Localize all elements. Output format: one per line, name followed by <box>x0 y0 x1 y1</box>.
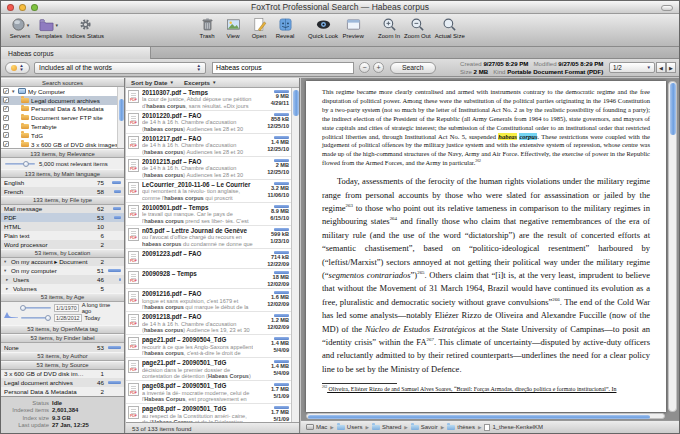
toolbar-button-zoom-out[interactable]: Zoom Out <box>402 16 433 39</box>
source-row-tdg[interactable]: ✓TdG <box>1 131 124 140</box>
source-row-document-server-ftp-site[interactable]: ✓Document server FTP site <box>1 113 124 122</box>
results-scrollbar[interactable] <box>291 88 299 422</box>
facet-row-english[interactable]: English75 <box>1 178 124 187</box>
result-item[interactable]: n05.pdf – Lettre Journal de Genèveou l'a… <box>126 226 291 249</box>
checkbox-checked[interactable]: ✓ <box>3 141 9 147</box>
toolbar-button-indices-status[interactable]: Indices Status <box>64 16 106 39</box>
facet-row-3-x-600-gb-of-dvd-disk-im[interactable]: 3 x 600 GB of DVD disk im…1 <box>1 370 124 379</box>
result-item[interactable]: 20090928 – Temps18 MB12/02/09 <box>126 269 291 289</box>
zoom-window-button[interactable] <box>31 4 38 11</box>
facet-row-on-my-account-document[interactable]: ▾On my account ▸ Document…2 <box>1 258 124 267</box>
title-bar[interactable]: FoxTrot Professional Search — Habeas cor… <box>1 1 679 14</box>
checkbox-checked[interactable]: ✓ <box>3 88 9 94</box>
minimize-window-button[interactable] <box>19 4 26 11</box>
facet-row-french[interactable]: French58 <box>1 187 124 196</box>
add-criterion-button[interactable]: + <box>373 62 384 73</box>
slider-thumb[interactable] <box>23 161 29 167</box>
source-row-legal-document-archives[interactable]: ✓Legal document archives <box>1 96 124 105</box>
result-item[interactable]: LeCourrier_2010-11-06 – Le Courrierqui r… <box>126 180 291 203</box>
age-slider[interactable] <box>21 317 51 319</box>
disclosure-triangle-icon[interactable]: ▾ <box>4 268 9 273</box>
facet-row-none[interactable]: None53 <box>1 343 124 352</box>
result-item[interactable]: 20101220.pdf – FAOde 14 h à 16 h. Chambr… <box>126 111 291 134</box>
disclosure-triangle-icon[interactable]: ▾ <box>4 259 9 264</box>
path-item-users[interactable]: Users <box>337 424 363 430</box>
checkbox-checked[interactable]: ✓ <box>3 124 9 130</box>
result-item[interactable]: page21.pdf – 20090504_TdGrecourir à ce q… <box>126 335 291 358</box>
source-row-terrabyte[interactable]: ✓Terrabyte <box>1 122 124 131</box>
result-item[interactable]: 20091216.pdf – FAOlongue et sans expulsi… <box>126 289 291 312</box>
facet-row-on-my-computer[interactable]: ▾On my computer51 <box>1 266 124 275</box>
toolbar-button-templates[interactable]: ▾Templates <box>33 16 64 39</box>
facet-row-plain-text[interactable]: Plain text6 <box>1 231 124 240</box>
facet-row-pdf[interactable]: PDF53 <box>1 213 124 222</box>
relevance-slider[interactable] <box>5 163 35 165</box>
search-input[interactable] <box>212 62 354 74</box>
checkbox-checked[interactable]: ✓ <box>3 106 9 112</box>
checkbox-checked[interactable]: ✓ <box>3 97 9 103</box>
source-tree-scrollbar[interactable] <box>117 87 124 148</box>
path-item-mac[interactable]: Mac <box>306 424 327 430</box>
slider-thumb[interactable] <box>20 305 26 311</box>
source-row-personal-data-metadata[interactable]: ✓Personal Data & Metadata <box>1 105 124 114</box>
disclosure-triangle-icon[interactable]: ▸ <box>6 277 11 282</box>
next-page-button[interactable]: ▶ <box>666 62 676 73</box>
path-item-1-these-kenkelkm[interactable]: 1_these-KenkelKM <box>484 424 543 431</box>
tab-habeas-corpus[interactable]: Habeas corpus <box>1 47 151 59</box>
toolbar-button-zoom-in[interactable]: Zoom In <box>376 16 402 39</box>
preview-horizontal-scrollbar[interactable] <box>306 413 665 419</box>
chevron-down-icon: ▾ <box>55 22 58 28</box>
path-separator-icon: ▶ <box>330 425 333 430</box>
path-item-savoir[interactable]: Savoir <box>411 424 438 430</box>
checkbox-checked[interactable]: ✓ <box>3 132 9 138</box>
result-item[interactable]: page21.pdf – 20090501_TdGdécision dans l… <box>126 358 291 381</box>
result-item[interactable]: 20101217.pdf – FAOde 14 h à 16 h. Chambr… <box>126 134 291 157</box>
facet-row-users[interactable]: ▸Users46 <box>1 275 124 284</box>
toolbar-button-preview[interactable]: Preview <box>340 16 366 39</box>
path-item-th-ses[interactable]: thèses <box>447 424 475 430</box>
page-selector[interactable]: 1/2 ▼ <box>609 62 655 73</box>
search-button[interactable]: Search <box>390 62 436 74</box>
indent <box>4 314 18 321</box>
previous-page-button[interactable]: ◀ <box>656 62 666 73</box>
source-row-my-computer[interactable]: ✓▼My Computer <box>1 87 124 96</box>
facet-row-legal-document-archives[interactable]: Legal document archives46 <box>1 378 124 387</box>
index-status-box: StatusIdleIndexed items2,601,384Index si… <box>1 396 124 433</box>
facet-row-html[interactable]: HTML10 <box>1 222 124 231</box>
facet-row-word-processor[interactable]: Word processor2 <box>1 240 124 249</box>
sort-by-dropdown[interactable]: Sort by Date ▼ <box>131 79 174 86</box>
toolbar-button-reveal[interactable]: Reveal <box>272 16 298 39</box>
toolbar-button-trash[interactable]: Trash <box>194 16 220 39</box>
toolbar-button-view[interactable]: View <box>220 16 246 39</box>
result-item[interactable]: page08.pdf – 20090501_TdGa inventé la dé… <box>126 381 291 404</box>
slider-thumb[interactable] <box>45 315 51 321</box>
disclosure-triangle-icon[interactable]: ▸ <box>6 286 11 291</box>
result-item[interactable]: 20091218.pdf – FAOde 14 h à 16 h. Chambr… <box>126 312 291 335</box>
disclosure-triangle-icon[interactable]: ▼ <box>11 89 16 94</box>
toolbar-button-servers[interactable]: ▾Servers <box>7 16 33 39</box>
toolbar-button-open[interactable]: Open <box>246 16 272 39</box>
result-item[interactable]: 20110307.pdf – Tempsla cour de justice, … <box>126 88 291 111</box>
source-row-3-x-600-gb-of-dvd-disk-images[interactable]: ✓3 x 600 GB of DVD disk images <box>1 140 124 149</box>
result-item[interactable]: 20091223.pdf – FAO714 kB12/22/09 <box>126 249 291 269</box>
result-item[interactable]: 20100501.pdf – Tempsle travail qui manqu… <box>126 203 291 226</box>
close-window-button[interactable] <box>7 4 14 11</box>
preview-vertical-scrollbar[interactable] <box>668 81 677 412</box>
pdf-file-icon <box>128 136 139 149</box>
excerpts-dropdown[interactable]: Excerpts ▼ <box>184 79 217 86</box>
facet-row-volumes[interactable]: ▸Volumes5 <box>1 284 124 293</box>
checkbox-checked[interactable]: ✓ <box>3 115 9 121</box>
remove-criterion-button[interactable]: − <box>359 62 370 73</box>
result-item[interactable]: 20101215.pdf – FAOde 14 h à 16 h. Chambr… <box>126 157 291 180</box>
toolbar-toggle-lozenge[interactable] <box>661 5 673 11</box>
age-slider[interactable] <box>21 307 51 309</box>
toolbar-button-quick-look[interactable]: Quick Look <box>306 16 340 39</box>
result-item[interactable]: page08.pdf – 20090501_TdGau respect de l… <box>126 404 291 422</box>
facet-row-personal-data-metadata[interactable]: Personal Data & Metadata2 <box>1 387 124 396</box>
search-template-button[interactable]: ▲▼ <box>5 62 30 74</box>
search-mode-select[interactable]: Includes all of the words ▲▼ <box>34 62 206 74</box>
path-item-shared[interactable]: Shared <box>372 424 401 430</box>
toolbar-button-actual-size[interactable]: Actual Size <box>433 16 467 39</box>
facet-row-mail-message[interactable]: Mail message62 <box>1 205 124 214</box>
result-date: 5/1/09 <box>256 393 289 400</box>
